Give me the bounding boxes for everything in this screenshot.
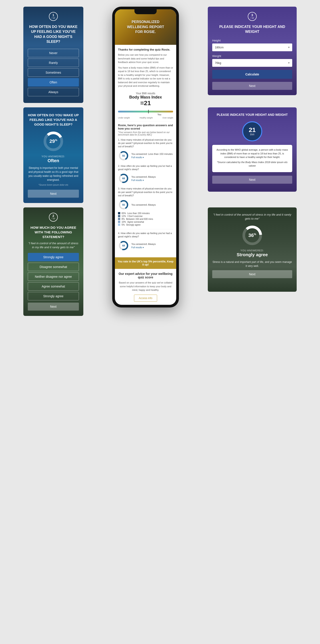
- option-strongly-agree-2[interactable]: Strongly agree: [28, 292, 79, 300]
- q1-full-results-link[interactable]: Full results ▾: [131, 156, 173, 158]
- bmi-bar: [118, 111, 173, 112]
- weight-select-wrapper[interactable]: 76kg: [212, 59, 292, 67]
- q4-percent: 68: [122, 244, 125, 247]
- q4-text: 4. How often do you wake up feeling you'…: [118, 232, 173, 238]
- option-always[interactable]: Always: [28, 88, 79, 96]
- bmi-results-label: Your BMI results: [118, 92, 173, 95]
- bmi-result-card: PLEASE INDICATE YOUR HEIGHT AND WEIGHT 2…: [208, 107, 297, 192]
- bmi-scale-over: Over weight: [163, 117, 173, 119]
- stress-result-card: "I feel in control of the amount of stre…: [208, 208, 297, 292]
- legend-pct-1: 12%: [121, 215, 126, 218]
- sleep-percent-sup: %: [55, 138, 57, 142]
- option-sometimes[interactable]: Sometimes: [28, 68, 79, 77]
- stress-percent: 36: [248, 232, 254, 238]
- bmi-circle-label: BMI: [250, 133, 254, 136]
- next-button-agree[interactable]: Next: [28, 302, 79, 310]
- stress-answer-value: Strongly agree: [212, 252, 292, 257]
- expert-section: Our expert advice for your wellbeing qui…: [115, 269, 176, 305]
- expert-para: Based on your answers of the quiz we've …: [118, 281, 173, 292]
- q4-answered: You answered: Always: [131, 243, 156, 245]
- option-never[interactable]: Never: [28, 49, 79, 57]
- option-strongly-agree-1[interactable]: Strongly agree: [28, 253, 79, 261]
- legend-label-1: I Don't exercise: [127, 215, 143, 218]
- next-button-sleep[interactable]: Next: [28, 190, 79, 198]
- next-button-bmi[interactable]: Next: [212, 176, 292, 184]
- sleep-question-title: HOW OFTEN DO YOU WAKE UP FEELING LIKE YO…: [28, 24, 79, 44]
- bmi-marker: [148, 110, 149, 113]
- question-block-3: 3. How many minutes of physical exercise…: [118, 187, 173, 226]
- option-disagree-somewhat[interactable]: Disagree somewhat: [28, 263, 79, 271]
- agree-question-card: 2 / 10 HOW MUCH DO YOU AGREE WITH THE FO…: [23, 208, 83, 316]
- intro-para1: Below you can see how you compared to ou…: [118, 53, 173, 64]
- intro-para2: You have a body mass index (BMI) of more…: [118, 66, 173, 88]
- agree-step-number: 2: [52, 214, 54, 218]
- step-badge: 1 / 10: [49, 12, 58, 21]
- stress-you-answered: YOU ANSWERED:: [212, 249, 292, 252]
- bmi-circle: 21 BMI: [242, 121, 262, 141]
- bar-legend: 65% Less than 150 minutes 12% I Don't ex…: [118, 212, 173, 226]
- q2-answered-block: You answered: Always Full results ▾: [131, 176, 156, 182]
- legend-item-2: 8% Between 150 and 600 mins: [118, 218, 173, 220]
- sleep-result-card: HOW OFTEN DO YOU WAKE UP FEELING LIKE YO…: [23, 107, 83, 203]
- weight-select[interactable]: 76kg: [212, 59, 292, 67]
- bmi-desc-text: According to the WHO global average, a p…: [215, 148, 289, 159]
- bmi-circle-number: 21: [249, 127, 256, 133]
- q3-answered-block: You answered: Always: [131, 204, 156, 206]
- hw1-step-badge: 3 / 10: [248, 12, 257, 21]
- results-section-note: *Your answers from the quiz are below ba…: [118, 131, 173, 136]
- access-info-button[interactable]: Access info: [134, 294, 157, 302]
- phone-header-image: PERSONALIZED WELLBEING REPORT FOR ROSIE.: [115, 9, 176, 45]
- q1-donut: 55: [118, 150, 129, 161]
- option-neither[interactable]: Neither disagree nor agree: [28, 272, 79, 281]
- legend-pct-4: 5%: [121, 224, 125, 226]
- q1-answered-block: You answered: Less than 150 minutes Full…: [131, 153, 173, 158]
- agree-step-badge: 2 / 10: [49, 213, 58, 222]
- phone-mockup: PERSONALIZED WELLBEING REPORT FOR ROSIE.…: [112, 7, 179, 308]
- sleep-answer-value: Often: [28, 158, 79, 163]
- height-select[interactable]: 180cm: [212, 44, 292, 51]
- q1-answered: You answered: Less than 150 minutes: [131, 153, 173, 155]
- stress-quote: "I feel in control of the amount of stre…: [212, 213, 292, 221]
- legend-pct-0: 65%: [121, 212, 126, 214]
- bmi-section: Your BMI results Body Mass Index =21: [118, 90, 173, 109]
- bmi-description-card: According to the WHO global average, a p…: [212, 145, 292, 172]
- phone-notch: [134, 9, 157, 14]
- q2-answered: You answered: Always: [131, 176, 156, 178]
- option-agree-somewhat[interactable]: Agree somewhat: [28, 282, 79, 290]
- legend-pct-2: 8%: [121, 218, 125, 220]
- q4-answered-block: You answered: Always Full results ▾: [131, 243, 156, 249]
- agree-statement: "I feel in control of the amount of stre…: [28, 241, 79, 249]
- q2-result-row: 68 You answered: Always Full results ▾: [118, 173, 173, 184]
- next-button-stress[interactable]: Next: [212, 270, 292, 278]
- option-rarely[interactable]: Rarely: [28, 58, 79, 67]
- height-label: Height: [212, 39, 292, 42]
- option-often[interactable]: Often: [28, 78, 79, 86]
- q4-full-results-link[interactable]: Full results ▾: [131, 246, 156, 249]
- q4-full-results-text: Full results: [131, 246, 142, 249]
- legend-item-3: 10% Agree somewhat: [118, 221, 173, 223]
- next-button-hw1[interactable]: Next: [212, 82, 292, 90]
- legend-label-4: Strongly agree: [126, 224, 140, 226]
- hw1-title: PLEASE INDICATE YOUR HEIGHT AND WEIGHT: [212, 24, 292, 34]
- step-total: / 10: [52, 17, 55, 19]
- q2-percent: 68: [122, 177, 125, 180]
- legend-pct-3: 10%: [121, 221, 126, 223]
- legend-label-0: Less than 150 minutes: [127, 212, 150, 214]
- sleep-question-card: 1 / 10 HOW OFTEN DO YOU WAKE UP FEELING …: [23, 7, 83, 103]
- q3-text: 3. How many minutes of physical exercise…: [118, 187, 173, 197]
- hw1-step-total: / 10: [250, 17, 254, 19]
- stress-description: Stress is a natural and important part o…: [212, 260, 292, 268]
- q2-donut: 68: [118, 173, 129, 184]
- height-select-wrapper[interactable]: 180cm: [212, 44, 292, 51]
- calculate-button-1[interactable]: Calculate: [212, 70, 292, 79]
- phone-content-area: Thanks for completing the quiz Rosie. Be…: [115, 45, 176, 257]
- q4-donut: 68: [118, 240, 129, 251]
- q1-result-row: 55 You answered: Less than 150 minutes F…: [118, 150, 173, 161]
- legend-label-3: Agree somewhat: [127, 221, 144, 223]
- q2-full-results-link[interactable]: Full results ▾: [131, 179, 156, 182]
- bmi-scale-healthy: Healthy weight: [139, 117, 153, 119]
- question-block-1: 1. How many minutes of physical exercise…: [118, 138, 173, 161]
- intro-heading: Thanks for completing the quiz Rosie.: [118, 48, 173, 51]
- bmi-scale-under: Under weight: [118, 117, 130, 119]
- hw1-step-number: 3: [251, 14, 253, 17]
